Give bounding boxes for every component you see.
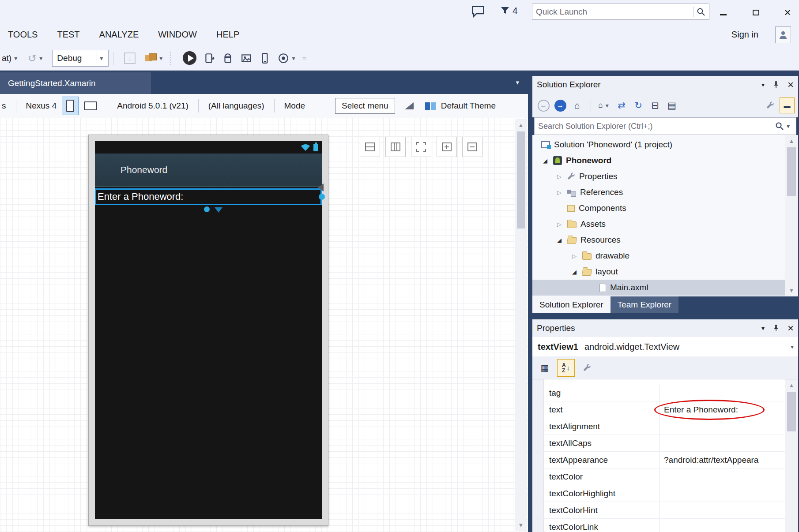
solution-explorer-search-input[interactable]	[538, 122, 775, 131]
menu-analyze[interactable]: ANALYZE	[99, 30, 139, 40]
sync-with-active-document-button[interactable]: ⇄	[614, 97, 629, 113]
android-emulator-icon[interactable]	[222, 52, 234, 64]
solution-configuration-dropdown[interactable]: Debug ▾	[52, 50, 109, 67]
deploy-device-icon[interactable]	[204, 52, 215, 64]
property-value[interactable]	[660, 418, 785, 435]
theme-swatch-icon[interactable]	[425, 102, 436, 110]
menu-tools[interactable]: TOOLS	[8, 30, 38, 40]
show-all-files-button[interactable]: ▤	[664, 97, 679, 113]
property-row-textcolorhighlight[interactable]: textColorHighlight	[532, 485, 785, 502]
tree-item-solution[interactable]: Solution 'Phoneword' (1 project)	[532, 137, 798, 153]
property-row-textcolor[interactable]: textColor	[532, 468, 785, 485]
property-row-textappearance[interactable]: textAppearance ?android:attr/textAppeara	[532, 452, 785, 468]
property-value[interactable]	[660, 468, 785, 485]
tab-list-chevron-icon[interactable]: ▾	[516, 79, 519, 86]
notifications-flag[interactable]: 4	[500, 5, 518, 16]
window-minimize-button[interactable]	[713, 4, 733, 20]
preview-selected-items-toggle[interactable]: ▬	[780, 97, 795, 113]
user-account-button[interactable]	[775, 26, 791, 43]
record-profile-icon[interactable]	[278, 52, 289, 64]
device-screen[interactable]: Phoneword Enter a Phoneword:	[95, 141, 322, 519]
scrollbar-thumb[interactable]	[787, 147, 796, 196]
close-icon[interactable]: ×	[788, 79, 794, 90]
attach-process-icon[interactable]	[145, 53, 157, 63]
tree-item-references[interactable]: ▷ References	[532, 184, 798, 200]
property-pages-wrench-button[interactable]	[578, 359, 596, 377]
landscape-device-icon[interactable]	[84, 101, 97, 110]
properties-scrollbar[interactable]: ▲	[785, 379, 798, 532]
pin-icon[interactable]	[773, 325, 780, 332]
solution-explorer-search-box[interactable]: ▾	[534, 117, 796, 135]
scroll-up-icon[interactable]: ▲	[515, 122, 527, 128]
run-button[interactable]	[183, 51, 196, 65]
undo-icon[interactable]: ↺	[28, 52, 37, 64]
zoom-out-button[interactable]	[462, 137, 482, 157]
document-scrollbar[interactable]: ▲ ▼	[515, 119, 527, 531]
back-button[interactable]: ←	[536, 97, 551, 113]
split-vertical-button[interactable]	[385, 137, 406, 157]
collapse-all-button[interactable]: ⊟	[648, 97, 663, 113]
expander-collapsed-icon[interactable]: ▷	[570, 253, 578, 259]
action-bar-options-icon[interactable]	[405, 102, 414, 109]
tree-item-assets[interactable]: ▷ Assets	[532, 216, 798, 232]
expander-collapsed-icon[interactable]: ▷	[555, 221, 563, 228]
properties-object-selector[interactable]: textView1 android.widget.TextView ▾	[532, 337, 798, 356]
property-row-tag[interactable]: tag	[532, 385, 785, 401]
categorized-view-button[interactable]: ▦	[536, 359, 554, 377]
property-value[interactable]: ?android:attr/textAppeara	[660, 452, 785, 468]
theme-selector[interactable]: Default Theme	[441, 101, 496, 111]
property-row-textalignment[interactable]: textAlignment	[532, 418, 785, 435]
chevron-down-icon[interactable]: ▾	[791, 343, 794, 350]
resize-handle-right[interactable]	[319, 194, 325, 200]
chevron-down-icon[interactable]: ▾	[14, 55, 17, 62]
split-horizontal-button[interactable]	[360, 137, 380, 157]
expander-expanded-icon[interactable]: ◢	[570, 269, 578, 275]
selection-anchor-handle[interactable]	[204, 206, 210, 212]
mode-label[interactable]: Mode	[284, 101, 305, 111]
scrollbar-thumb[interactable]	[787, 392, 796, 431]
expander-collapsed-icon[interactable]: ▷	[555, 173, 563, 180]
property-row-text[interactable]: text Enter a Phoneword:	[532, 401, 785, 418]
design-surface[interactable]: Phoneword Enter a Phoneword:	[0, 118, 528, 532]
android-version-selector[interactable]: Android 5.0.1 (v21)	[117, 101, 188, 111]
window-maximize-button[interactable]	[746, 4, 765, 20]
property-value[interactable]	[660, 519, 785, 532]
sign-in-link[interactable]: Sign in	[731, 23, 758, 46]
refresh-button[interactable]: ↻	[631, 97, 646, 113]
property-value[interactable]: Enter a Phoneword:	[660, 401, 785, 418]
scroll-up-icon[interactable]: ▲	[785, 138, 798, 144]
solution-explorer-header[interactable]: Solution Explorer ▾ ×	[532, 76, 798, 94]
property-row-textcolorhint[interactable]: textColorHint	[532, 502, 785, 519]
screenshot-icon[interactable]	[241, 52, 252, 64]
zoom-in-button[interactable]	[437, 137, 457, 157]
expander-collapsed-icon[interactable]: ▷	[555, 189, 563, 196]
close-icon[interactable]: ×	[788, 323, 794, 333]
tab-solution-explorer[interactable]: Solution Explorer	[532, 296, 611, 313]
property-value[interactable]	[660, 385, 785, 401]
toolbar-overflow-grip[interactable]: =	[302, 54, 305, 63]
portrait-orientation-button[interactable]	[62, 97, 79, 115]
fit-to-screen-button[interactable]	[411, 137, 431, 157]
menu-help[interactable]: HELP	[216, 30, 239, 40]
device-monitor-icon[interactable]	[259, 52, 271, 64]
home-button[interactable]: ⌂	[569, 97, 584, 113]
scope-to-this-button[interactable]: ⌂▾	[597, 97, 612, 113]
window-position-chevron-icon[interactable]: ▾	[761, 325, 765, 332]
alphabetical-sort-button[interactable]: AZ ↓	[557, 359, 575, 377]
pin-icon[interactable]	[773, 81, 780, 88]
tree-item-drawable[interactable]: ▷ drawable	[532, 248, 798, 264]
properties-wrench-button[interactable]	[763, 97, 778, 113]
menu-window[interactable]: WINDOW	[158, 30, 197, 40]
expander-expanded-icon[interactable]: ◢	[541, 157, 549, 164]
selected-textview[interactable]: Enter a Phoneword:	[95, 188, 322, 205]
quick-launch-input[interactable]	[536, 7, 691, 17]
window-position-chevron-icon[interactable]: ▾	[761, 81, 765, 88]
property-row-textcolorlink[interactable]: textColorLink	[532, 519, 785, 532]
property-row-textallcaps[interactable]: textAllCaps	[532, 435, 785, 452]
selection-dropdown-icon[interactable]	[215, 207, 222, 213]
tree-item-components[interactable]: Components	[532, 200, 798, 216]
scroll-down-icon[interactable]: ▼	[785, 287, 798, 294]
chevron-down-icon[interactable]: ▾	[39, 55, 42, 62]
scrollbar-thumb[interactable]	[517, 131, 525, 229]
language-selector[interactable]: (All languages)	[208, 101, 264, 111]
